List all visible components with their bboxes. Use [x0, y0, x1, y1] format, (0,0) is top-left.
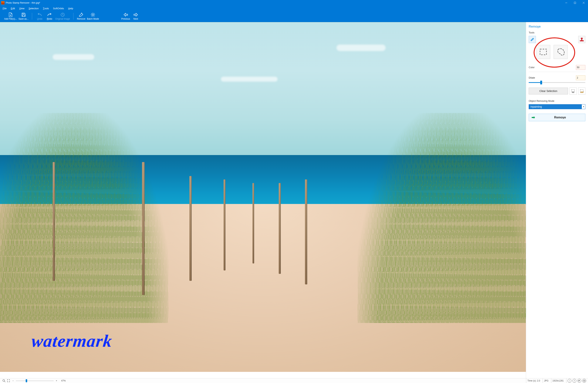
add-files-label: Add File(s)...	[4, 18, 17, 21]
freeform-select-tool[interactable]	[554, 45, 567, 59]
undo-icon	[37, 12, 42, 17]
load-selection-button[interactable]	[578, 87, 585, 95]
svg-point-9	[92, 14, 94, 16]
zoom-in-button[interactable]: +	[55, 379, 58, 383]
chevron-down-icon[interactable]: ▾	[582, 105, 585, 109]
dilate-slider[interactable]	[529, 82, 585, 83]
add-files-button[interactable]: Add File(s)...	[3, 12, 18, 21]
redo-icon	[47, 12, 52, 17]
canvas-area: watermark	[0, 22, 526, 378]
redo-button[interactable]: Redo	[44, 12, 54, 21]
save-as-label: Save as...	[19, 18, 28, 21]
side-panel: Remove Tools	[526, 22, 588, 378]
svg-rect-15	[580, 89, 583, 92]
canvas-footer-gap	[0, 372, 526, 378]
clone-stamp-tool-button[interactable]	[578, 36, 585, 43]
next-button[interactable]: Next	[131, 12, 141, 21]
status-time: Time (s): 2.0	[526, 379, 541, 383]
info-icon[interactable]: i	[567, 379, 571, 383]
close-button[interactable]	[579, 0, 588, 6]
menu-softorbits[interactable]: SoftOrbits	[53, 7, 64, 10]
menu-view[interactable]: View	[19, 7, 24, 10]
color-label: Color	[529, 66, 535, 69]
svg-line-17	[4, 381, 5, 382]
toolbar: Add File(s)... Save as... Undo	[0, 11, 588, 22]
zoom-slider[interactable]	[16, 381, 54, 381]
facebook-icon[interactable]: f	[572, 379, 576, 383]
menu-help[interactable]: Help	[68, 7, 73, 10]
mode-select[interactable]: Inpainting ▾	[529, 104, 585, 109]
original-image-label: Original Image	[55, 18, 70, 21]
arrow-right-green-icon: ➡	[531, 115, 535, 120]
svg-rect-12	[540, 49, 546, 55]
save-as-button[interactable]: Save as...	[18, 12, 29, 21]
batch-mode-button[interactable]: Batch Mode	[86, 12, 100, 21]
marker-tool-button[interactable]	[529, 36, 536, 43]
tools-label: Tools	[529, 31, 585, 34]
save-selection-icon	[571, 89, 575, 93]
status-format: JPG	[543, 379, 549, 383]
watermark-overlay: watermark	[31, 331, 113, 351]
svg-rect-1	[574, 2, 576, 4]
svg-rect-13	[572, 89, 575, 92]
clone-stamp-icon	[580, 37, 584, 42]
minimize-button[interactable]	[562, 0, 571, 6]
svg-point-16	[3, 380, 5, 382]
previous-label: Previous	[121, 18, 130, 21]
menu-bar: File Edit View Selection Tools SoftOrbit…	[0, 6, 588, 11]
gear-icon	[90, 12, 96, 17]
marker-icon	[530, 37, 534, 42]
arrow-right-icon	[133, 12, 138, 17]
panel-heading: Remove	[529, 25, 585, 28]
dilate-value-input[interactable]	[576, 75, 585, 80]
menu-tools[interactable]: Tools	[43, 7, 49, 10]
arrow-left-icon	[123, 12, 128, 17]
svg-rect-10	[580, 41, 584, 41]
rectangle-select-tool[interactable]	[536, 45, 550, 59]
window-title: Photo Stamp Remover - thin.jpg*	[6, 1, 40, 4]
fit-screen-icon[interactable]	[7, 379, 10, 383]
zoom-tool-icon[interactable]	[2, 379, 6, 383]
svg-rect-6	[23, 13, 24, 14]
app-icon	[1, 1, 4, 4]
save-selection-button[interactable]	[569, 87, 577, 95]
clear-selection-button[interactable]: Clear Selection	[529, 88, 568, 94]
beach-image: watermark	[0, 22, 526, 372]
zoom-out-button[interactable]: −	[11, 379, 15, 383]
status-dimensions: 1920x1281	[551, 379, 565, 383]
twitter-icon[interactable]	[577, 379, 581, 383]
file-add-icon	[8, 12, 13, 17]
eraser-icon	[79, 12, 84, 17]
svg-rect-14	[572, 92, 574, 93]
lasso-icon	[556, 47, 565, 57]
history-icon	[60, 12, 65, 17]
rectangle-select-icon	[539, 48, 547, 56]
dilate-label: Dilate	[529, 76, 535, 79]
title-bar: Photo Stamp Remover - thin.jpg*	[0, 0, 588, 6]
undo-button[interactable]: Undo	[35, 12, 44, 21]
save-icon	[21, 12, 26, 17]
mode-select-value: Inpainting	[529, 105, 582, 109]
color-value-input[interactable]	[576, 65, 585, 70]
youtube-icon[interactable]	[582, 379, 586, 383]
menu-edit[interactable]: Edit	[11, 7, 15, 10]
remove-toolbar-button[interactable]: Remove	[76, 12, 86, 21]
next-label: Next	[133, 18, 138, 21]
original-image-button[interactable]: Original Image	[54, 12, 71, 21]
mode-label: Object Removing Mode	[529, 100, 585, 102]
svg-rect-7	[22, 15, 25, 16]
remove-button[interactable]: ➡ Remove	[529, 114, 585, 121]
previous-button[interactable]: Previous	[121, 12, 131, 21]
status-bar: − + 47% Time (s): 2.0 JPG 1920x1281 i f	[0, 378, 588, 383]
maximize-button[interactable]	[571, 0, 579, 6]
folder-open-icon	[580, 89, 584, 93]
image-viewport[interactable]: watermark	[0, 22, 526, 372]
menu-selection[interactable]: Selection	[29, 7, 39, 10]
menu-file[interactable]: File	[3, 7, 7, 10]
remove-toolbar-label: Remove	[77, 18, 85, 21]
zoom-percent: 47%	[61, 379, 66, 382]
svg-point-11	[581, 38, 583, 39]
batch-mode-label: Batch Mode	[87, 18, 99, 21]
